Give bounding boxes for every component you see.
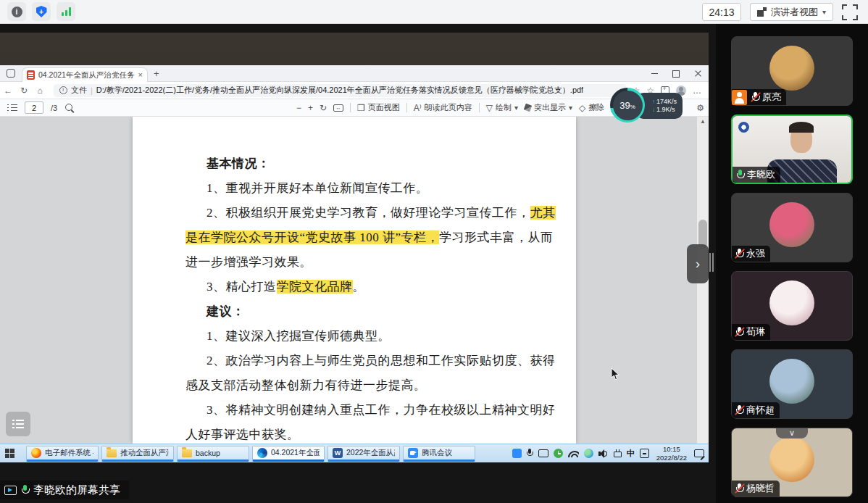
home-icon[interactable]: ⌂: [32, 86, 48, 96]
table-of-contents-icon[interactable]: [7, 104, 17, 112]
ime-language-indicator[interactable]: 中: [627, 448, 635, 459]
video-person-shape: [790, 125, 812, 153]
participant-name-chip: 荀琳: [732, 324, 770, 340]
pdf-text-line: 是在学院公众号开设“党史故事 100 讲”专栏，学习形式丰富，从而: [185, 225, 569, 250]
search-icon[interactable]: [64, 103, 75, 113]
scroll-up-icon[interactable]: ▲: [697, 118, 709, 125]
pdf-text-line: 2、积极组织开展党史学习教育，做好理论学习宣传工作，尤其: [185, 201, 569, 225]
host-badge-icon: [732, 90, 747, 105]
pdf-content-area[interactable]: 基本情况：1、重视并开展好本单位新闻宣传工作。2、积极组织开展党史学习教育，做好…: [0, 117, 709, 444]
clock-app-tray-icon[interactable]: [554, 449, 563, 458]
taskbar-item[interactable]: 推动全面从严治党...: [101, 446, 174, 462]
tab-close-icon[interactable]: ×: [138, 71, 143, 79]
start-button[interactable]: [0, 444, 25, 463]
participant-tile[interactable]: 荀琳: [731, 271, 853, 341]
network-quality-button[interactable]: [57, 2, 75, 21]
toolbar-divider: [406, 103, 407, 112]
browser-address-bar: ← ↻ ⌂ 文件 | D:/教学/2021-2022(二)工作/党务/推动全面从…: [0, 82, 709, 99]
meeting-tray-icon[interactable]: [512, 449, 522, 458]
zoom-in-icon[interactable]: +: [308, 104, 313, 112]
upload-arrow-icon: ↑: [652, 99, 655, 105]
folder-icon: [107, 449, 117, 457]
taskbar-item[interactable]: W2022年全面从严治...: [327, 446, 400, 462]
url-field[interactable]: 文件 | D:/教学/2021-2022(二)工作/党务/推动全面从严治党向纵深…: [54, 84, 626, 97]
page-view-button[interactable]: ❐ 页面视图: [357, 102, 400, 113]
pdf-text-line: 1、建议深入挖掘宣传师德典型。: [185, 324, 569, 349]
draw-icon: ▽: [486, 104, 493, 112]
network-globe-icon[interactable]: [584, 449, 593, 458]
view-mode-button[interactable]: 演讲者视图 ▾: [750, 3, 833, 21]
page-info-icon[interactable]: [59, 86, 67, 94]
download-rate: 1.9K/s: [656, 107, 675, 113]
annotation-toolbar-toggle[interactable]: [6, 412, 30, 436]
fullscreen-button[interactable]: [842, 4, 858, 20]
taskbar-item-label: backup: [196, 449, 244, 457]
participant-tile[interactable]: 李晓欧: [731, 115, 853, 184]
draw-button[interactable]: ▽ 绘制 ▾: [486, 102, 518, 113]
page-number-input[interactable]: 2: [25, 101, 43, 114]
participant-tile[interactable]: 商怀超: [731, 349, 853, 419]
pdf-text-line: 2、政治学习内容上与师生党员的思想和工作实际贴切度、获得: [185, 349, 569, 373]
participant-name: 永强: [746, 247, 765, 260]
pdf-text-line: 人好事评选中获奖。: [185, 423, 569, 444]
browser-menu-icon[interactable]: …: [693, 86, 701, 96]
pdf-text-line: 3、将精神文明创建纳入重点工作，力争在校级以上精神文明好: [185, 398, 569, 423]
chevron-down-icon[interactable]: ∨: [776, 428, 808, 438]
taskbar-item[interactable]: 腾讯会议: [403, 446, 475, 462]
back-icon[interactable]: ←: [0, 86, 16, 96]
participant-tile[interactable]: 永强: [731, 193, 853, 262]
panel-collapse-button[interactable]: ›: [687, 244, 709, 283]
file-path-text: D:/教学/2021-2022(二)工作/党务/推动全面从严治党向纵深发展/04…: [96, 85, 583, 96]
share-banner-text: 李晓欧的屏幕共享: [33, 483, 120, 497]
signal-bars-icon: [62, 7, 71, 16]
participant-avatar: [769, 437, 814, 482]
screen-share-banner: 李晓欧的屏幕共享: [0, 481, 129, 499]
wifi-icon[interactable]: [568, 450, 579, 457]
browser-tab[interactable]: 04.2021年全面从严治党任务落实 ×: [22, 67, 148, 82]
window-controls: [643, 65, 709, 82]
zoom-out-icon[interactable]: −: [296, 104, 301, 112]
folder-icon: [182, 449, 192, 457]
action-center-icon[interactable]: [694, 449, 704, 457]
minimize-button[interactable]: [643, 65, 665, 82]
page-view-icon: ❐: [357, 104, 365, 112]
refresh-icon[interactable]: ↻: [16, 86, 32, 96]
network-speed-overlay[interactable]: ↑174K/s ↓1.9K/s 39%: [610, 88, 683, 124]
page-total-label: /3: [51, 104, 57, 112]
caret-down-icon[interactable]: ▾: [569, 104, 572, 112]
meeting-info-button[interactable]: i: [7, 2, 26, 21]
power-plug-icon[interactable]: [614, 452, 622, 457]
volume-icon[interactable]: [598, 449, 609, 458]
microphone-tray-icon[interactable]: [527, 449, 533, 459]
erase-button[interactable]: ◇ 擦除: [579, 102, 604, 113]
settings-gear-icon[interactable]: ⚙: [696, 104, 704, 112]
watermark-logo: [738, 122, 749, 133]
meeting-protect-button[interactable]: +: [32, 2, 51, 21]
fit-to-width-icon[interactable]: ↔: [333, 104, 343, 112]
topbar-left-icons: i +: [7, 2, 75, 21]
pdf-file-icon: [27, 70, 35, 80]
edge-icon: [257, 448, 267, 458]
taskbar-item[interactable]: 04.2021年全面从...: [252, 446, 325, 462]
tab-actions-icon[interactable]: [7, 69, 15, 78]
ime-mode-icon[interactable]: [640, 449, 649, 458]
new-tab-button[interactable]: +: [154, 69, 159, 78]
caret-down-icon: ▾: [822, 8, 826, 16]
taskbar-item-label: 电子邮件系统 — ...: [45, 448, 93, 458]
read-aloud-button[interactable]: A⁾ 朗读此页内容: [414, 102, 472, 113]
participant-tile[interactable]: 原亮: [731, 36, 853, 106]
participant-tile[interactable]: ∨杨晓哲: [731, 428, 853, 497]
panel-resize-grip[interactable]: [709, 253, 714, 272]
taskbar-clock[interactable]: 10:15 2022/8/22: [656, 445, 687, 462]
close-button[interactable]: [687, 65, 709, 82]
taskbar-item[interactable]: backup: [177, 446, 249, 462]
participant-name: 杨晓哲: [746, 482, 775, 495]
mic-muted-icon: [735, 483, 744, 494]
rotate-icon[interactable]: ↻: [320, 104, 327, 112]
highlight-button[interactable]: 突出显示 ▾: [525, 102, 572, 113]
display-tray-icon[interactable]: [538, 449, 548, 457]
maximize-button[interactable]: [665, 65, 687, 82]
taskbar-item[interactable]: 电子邮件系统 — ...: [26, 446, 99, 462]
caret-down-icon[interactable]: ▾: [514, 104, 518, 112]
windows-logo-icon: [5, 449, 9, 453]
